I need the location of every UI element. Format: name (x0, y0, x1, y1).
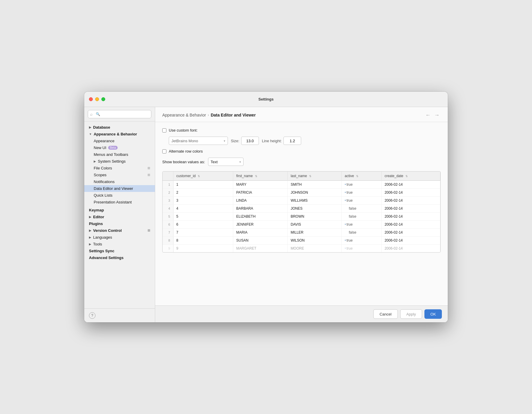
sort-icon: ⇅ (406, 175, 408, 178)
sidebar-item-plugins[interactable]: Plugins (84, 220, 155, 227)
sort-icon: ⇅ (309, 175, 312, 178)
sort-icon: ⇅ (255, 175, 257, 178)
chevron-right-icon: ▶ (89, 126, 91, 129)
alternate-row-colors-row: Alternate row colors (162, 149, 441, 153)
beta-badge: Beta (108, 146, 118, 150)
minimize-button[interactable] (95, 97, 99, 101)
sidebar-item-scopes[interactable]: Scopes ⊞ (84, 172, 155, 178)
search-input[interactable] (88, 110, 151, 118)
table-row: 99MARGARETMOORE•true2006-02-14 (163, 245, 440, 253)
apply-button[interactable]: Apply (400, 309, 422, 319)
sidebar-item-menus-toolbars[interactable]: Menus and Toolbars (84, 151, 155, 158)
table-row: 33LINDAWILLIAMS•true2006-02-14 (163, 197, 440, 205)
custom-font-checkbox[interactable] (162, 128, 166, 132)
chevron-right-icon: ▶ (89, 229, 91, 232)
col-last-name-label: last_name (291, 174, 307, 178)
chevron-down-icon: ▼ (89, 132, 92, 136)
dropdown-arrow-icon: ▾ (224, 139, 225, 143)
forward-button[interactable]: → (433, 112, 441, 118)
sidebar-item-appearance-behavior[interactable]: ▼ Appearance & Behavior (84, 131, 155, 138)
grid-icon: ⊞ (147, 173, 150, 177)
table-row: 88SUSANWILSON•true2006-02-14 (163, 237, 440, 245)
maximize-button[interactable] (101, 97, 105, 101)
sidebar: ▶ Database ▼ Appearance & Behavior Appea… (84, 107, 155, 322)
sidebar-item-editor[interactable]: ▶ Editor (84, 214, 155, 220)
cell-active: •true (342, 189, 382, 197)
sidebar-item-new-ui[interactable]: New UI Beta (84, 144, 155, 151)
breadcrumb-parent: Appearance & Behavior (162, 113, 206, 117)
cell-create-date: 2006-02-14 (382, 237, 440, 245)
row-number: 3 (163, 197, 173, 205)
cell-active: •true (342, 245, 382, 253)
cell-create-date: 2006-02-14 (382, 189, 440, 197)
cell-first-name: MARY (233, 181, 288, 189)
line-height-label: Line height: (262, 139, 282, 143)
table-row: 55ELIZABETHBROWNfalse2006-02-14 (163, 213, 440, 221)
sidebar-item-languages[interactable]: ▶ Languages (84, 234, 155, 241)
traffic-lights (89, 97, 105, 101)
cell-first-name: BARBARA (233, 205, 288, 213)
close-button[interactable] (89, 97, 93, 101)
grid-icon: ⊞ (147, 166, 150, 170)
sidebar-item-system-settings[interactable]: ▶ System Settings (84, 158, 155, 165)
line-height-input[interactable] (283, 137, 301, 145)
alternate-row-colors-checkbox[interactable] (162, 149, 166, 153)
window-title: Settings (258, 97, 273, 101)
sidebar-item-quick-lists[interactable]: Quick Lists (84, 192, 155, 199)
sidebar-item-settings-sync[interactable]: Settings Sync (84, 248, 155, 254)
row-number: 7 (163, 229, 173, 237)
boolean-label: Show boolean values as: (162, 160, 205, 164)
sidebar-item-data-editor-viewer[interactable]: Data Editor and Viewer (84, 185, 155, 192)
col-customer-id[interactable]: customer_id ⇅ (173, 172, 233, 181)
sidebar-search-area (84, 107, 155, 122)
col-create-date[interactable]: create_date ⇅ (382, 172, 440, 181)
cancel-button[interactable]: Cancel (373, 309, 398, 319)
cell-create-date: 2006-02-14 (382, 221, 440, 229)
sidebar-item-advanced-settings[interactable]: Advanced Settings (84, 254, 155, 261)
breadcrumb: Appearance & Behavior › Data Editor and … (162, 113, 256, 117)
cell-create-date: 2006-02-14 (382, 181, 440, 189)
main-content: ▶ Database ▼ Appearance & Behavior Appea… (84, 107, 448, 322)
chevron-right-icon: ▶ (89, 236, 91, 239)
table-row: 77MARIAMILLERfalse2006-02-14 (163, 229, 440, 237)
cell-first-name: SUSAN (233, 237, 288, 245)
sidebar-item-tools[interactable]: ▶ Tools (84, 241, 155, 248)
grid-icon: ⊞ (147, 229, 150, 232)
cell-active: •true (342, 221, 382, 229)
cell-first-name: PATRICIA (233, 189, 288, 197)
sidebar-item-database[interactable]: ▶ Database (84, 124, 155, 131)
breadcrumb-current: Data Editor and Viewer (211, 113, 256, 117)
cell-last-name: WILSON (288, 237, 342, 245)
alternate-row-colors-label[interactable]: Alternate row colors (162, 149, 203, 153)
custom-font-label-text: Use custom font: (169, 128, 198, 132)
back-button[interactable]: ← (424, 112, 432, 118)
cell-customer-id: 4 (173, 205, 233, 213)
col-active-label: active (345, 174, 354, 178)
cell-customer-id: 5 (173, 213, 233, 221)
font-dropdown[interactable]: JetBrains Mono ▾ (169, 137, 228, 145)
dot-icon: • (345, 198, 346, 203)
dot-icon: • (345, 246, 346, 250)
cell-create-date: 2006-02-14 (382, 197, 440, 205)
sidebar-item-appearance[interactable]: Appearance (84, 138, 155, 144)
ok-button[interactable]: OK (424, 309, 442, 319)
boolean-dropdown[interactable]: Text ▾ (208, 158, 244, 166)
sidebar-item-notifications[interactable]: Notifications (84, 178, 155, 185)
sidebar-item-presentation-assistant[interactable]: Presentation Assistant (84, 199, 155, 206)
size-input[interactable] (241, 137, 259, 145)
col-first-name[interactable]: first_name ⇅ (233, 172, 288, 181)
col-last-name[interactable]: last_name ⇅ (288, 172, 342, 181)
panel-header: Appearance & Behavior › Data Editor and … (155, 107, 448, 122)
cell-customer-id: 9 (173, 245, 233, 253)
col-customer-id-label: customer_id (176, 174, 196, 178)
sidebar-item-version-control[interactable]: ▶ Version Control ⊞ (84, 227, 155, 234)
help-button[interactable]: ? (89, 312, 95, 319)
sidebar-item-file-colors[interactable]: File Colors ⊞ (84, 165, 155, 172)
cell-last-name: JOHNSON (288, 189, 342, 197)
sidebar-item-keymap[interactable]: Keymap (84, 207, 155, 214)
titlebar: Settings (84, 92, 448, 107)
panel-footer: Cancel Apply OK (155, 305, 448, 322)
table-row: 11MARYSMITH•true2006-02-14 (163, 181, 440, 189)
col-active[interactable]: active ⇅ (342, 172, 382, 181)
custom-font-checkbox-label[interactable]: Use custom font: (162, 128, 198, 132)
